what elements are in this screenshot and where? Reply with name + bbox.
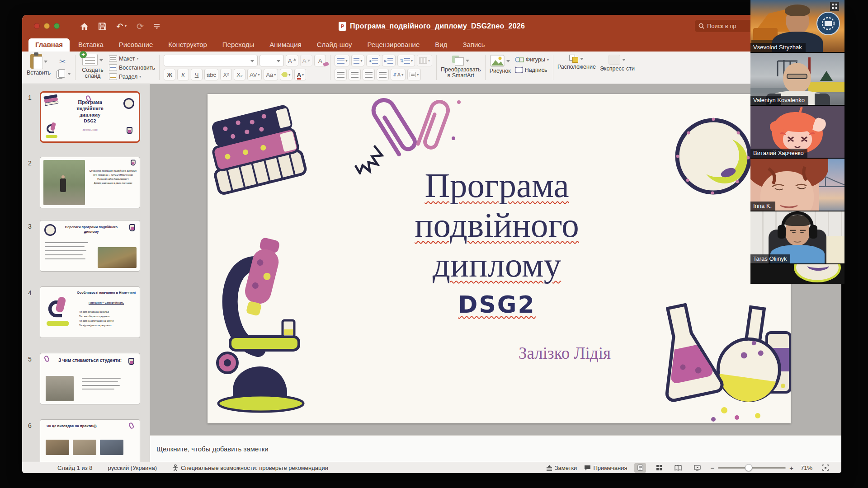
bold-button[interactable]: Ж	[164, 69, 175, 80]
quick-styles-button[interactable]: Экспресс-сти	[600, 54, 635, 81]
arrange-button[interactable]: Расположение	[557, 54, 596, 81]
participant-tile[interactable]: Vsevolod Stryzhak	[750, 0, 844, 53]
participant-tile[interactable]: Valentyn Kovalenko	[750, 53, 844, 106]
superscript-button[interactable]: X²	[220, 69, 232, 80]
slide-number: 4	[28, 289, 32, 296]
fit-slide-button[interactable]	[820, 463, 831, 473]
strikethrough-button[interactable]: abc	[204, 69, 218, 80]
character-spacing-button[interactable]: AV▾	[247, 69, 262, 80]
fit-to-window-icon	[822, 465, 829, 471]
thumbnail-slide-2[interactable]: Студентка програми подвійного диплому ХП…	[40, 157, 140, 208]
tab-home[interactable]: Главная	[28, 38, 70, 52]
mini-title: З чим стикаються студенти:	[54, 358, 126, 363]
reading-view-button[interactable]	[672, 463, 684, 473]
clear-formatting-button[interactable]: A	[314, 55, 326, 66]
tab-design[interactable]: Конструктор	[161, 38, 214, 52]
zoom-in-button[interactable]: +	[789, 464, 793, 472]
thumbnail-slide-6[interactable]: Як це виглядає на практиці)	[40, 419, 140, 462]
align-left-button[interactable]	[335, 69, 347, 80]
grow-font-button[interactable]: A	[286, 55, 298, 66]
search-input[interactable]	[707, 23, 757, 29]
reset-slide-button[interactable]: Восстановить	[109, 64, 155, 71]
participant-tile[interactable]: Irina K.	[750, 159, 844, 211]
bullets-button[interactable]: ▾	[335, 55, 349, 66]
mini-photo	[98, 247, 137, 268]
justify-button[interactable]	[377, 69, 389, 80]
slide-title[interactable]: Програма подвійного диплому DSG2	[352, 165, 642, 318]
copy-button[interactable]	[54, 69, 66, 80]
underline-button[interactable]: Ч	[191, 69, 203, 80]
normal-view-button[interactable]	[634, 463, 646, 473]
participant-tile-partial[interactable]	[750, 264, 844, 284]
italic-button[interactable]: К	[177, 69, 189, 80]
slide-sorter-view-button[interactable]	[653, 463, 665, 473]
convert-smartart-button[interactable]: Преобразоватьв SmartArt	[441, 54, 481, 81]
zoom-out-button[interactable]: −	[710, 464, 714, 472]
textbox-button[interactable]: Надпись	[515, 66, 549, 73]
tab-animations[interactable]: Анимация	[263, 38, 308, 52]
save-icon[interactable]	[99, 23, 106, 30]
accessibility-checker[interactable]: Специальные возможности: проверьте реком…	[172, 465, 328, 471]
notes-toggle[interactable]: Заметки	[546, 465, 577, 471]
decrease-indent-button[interactable]: ◂	[366, 55, 380, 66]
font-color-button[interactable]: A▾	[294, 69, 306, 80]
accessibility-icon	[172, 465, 179, 471]
mini-bullet: Ти сам реєструєшся на іспити	[79, 319, 114, 323]
text-direction-button[interactable]: ⇵A▾	[391, 69, 406, 80]
participant-tile[interactable]: Виталий Харченко	[750, 106, 844, 159]
copy-dropdown[interactable]	[67, 73, 71, 77]
slide-counter[interactable]: Слайд 1 из 8	[57, 465, 93, 471]
language-indicator[interactable]: русский (Украина)	[108, 465, 157, 471]
section-button[interactable]: Раздел▾	[109, 73, 155, 80]
tab-draw[interactable]: Рисование	[112, 38, 160, 52]
slide-author[interactable]: Залізко Лідія	[492, 343, 637, 363]
minimize-button[interactable]	[44, 23, 50, 29]
magnifier-mini-icon	[44, 224, 56, 236]
participant-tile[interactable]: Taras Oliinyk	[750, 211, 844, 264]
slide-number: 3	[28, 223, 32, 230]
change-case-button[interactable]: Aa▾	[264, 69, 278, 80]
paste-button[interactable]: Вставить	[27, 54, 51, 76]
zoom-slider[interactable]	[718, 467, 786, 469]
shapes-button[interactable]: Фигуры▾	[515, 56, 549, 63]
mini-title: Як це виглядає на практиці)	[47, 423, 114, 428]
align-center-button[interactable]	[349, 69, 361, 80]
redo-button[interactable]: ⟳	[137, 22, 144, 31]
numbering-button[interactable]: ▾	[351, 55, 364, 66]
new-slide-button[interactable]: + Создать слайд	[80, 54, 106, 79]
thumbnail-slide-3[interactable]: Переваги програми подвійного диплому	[40, 220, 140, 272]
align-text-button[interactable]: ▾	[407, 69, 421, 80]
comments-toggle[interactable]: Примечания	[584, 465, 627, 471]
picture-button[interactable]: Рисунок	[490, 54, 511, 81]
tab-insert[interactable]: Вставка	[71, 38, 110, 52]
highlight-button[interactable]: ▾	[280, 69, 292, 80]
font-size-select[interactable]	[259, 55, 284, 66]
tab-view[interactable]: Вид	[428, 38, 454, 52]
undo-button[interactable]: ↶▾	[116, 22, 127, 31]
font-name-select[interactable]	[164, 55, 258, 66]
line-spacing-button[interactable]: ⇅▾	[397, 55, 415, 66]
customize-toolbar-icon[interactable]	[154, 23, 160, 29]
fullscreen-button[interactable]	[54, 23, 60, 29]
tab-review[interactable]: Рецензирование	[360, 38, 426, 52]
align-right-button[interactable]	[363, 69, 375, 80]
thumbnail-slide-5[interactable]: З чим стикаються студенти:	[40, 353, 140, 404]
tab-record[interactable]: Запись	[456, 38, 491, 52]
slideshow-view-button[interactable]	[691, 463, 703, 473]
zoom-slider-thumb[interactable]	[745, 464, 752, 471]
tab-transitions[interactable]: Переходы	[216, 38, 261, 52]
shrink-font-button[interactable]: A	[300, 55, 313, 66]
layout-button[interactable]: Макет▾	[109, 55, 155, 62]
slide-canvas[interactable]: Програма подвійного диплому DSG2 Залізко…	[208, 94, 791, 423]
thumbnail-slide-4[interactable]: Особливості навчання в Німеччині Навчанн…	[40, 286, 140, 338]
columns-button[interactable]: ▾	[417, 55, 432, 66]
home-icon[interactable]	[80, 23, 89, 30]
zoom-level[interactable]: 71%	[801, 465, 812, 471]
tab-slideshow[interactable]: Слайд-шоу	[310, 38, 359, 52]
cut-button[interactable]: ✂	[54, 56, 71, 67]
increase-indent-button[interactable]: ▸	[382, 55, 396, 66]
notes-pane[interactable]: Щелкните, чтобы добавить заметки	[150, 435, 841, 462]
subscript-button[interactable]: X₂	[234, 69, 245, 80]
close-button[interactable]	[34, 23, 40, 29]
thumbnail-slide-1[interactable]: Програма подвійного диплому DSG2 Залізко…	[40, 91, 140, 143]
